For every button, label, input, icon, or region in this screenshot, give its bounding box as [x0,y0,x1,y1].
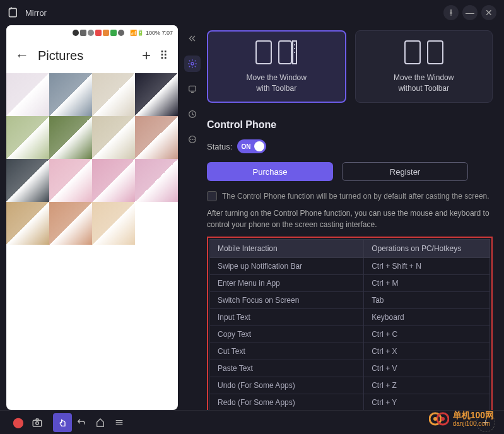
th-pc: Operations on PC/Hotkeys [364,240,490,258]
add-icon[interactable]: + [142,47,151,64]
more-icon[interactable] [184,131,201,148]
photo-thumb[interactable] [135,73,178,116]
photo-thumb[interactable] [92,202,135,245]
table-row: Redo (For Some Apps)Ctrl + Y [210,394,490,411]
app-title: Mirror [25,8,443,18]
app-icon [8,6,20,19]
svg-point-7 [194,139,195,140]
photo-grid [6,73,178,245]
photo-thumb[interactable] [49,202,92,245]
svg-point-1 [191,62,194,65]
photo-thumb[interactable] [135,159,178,202]
svg-rect-15 [428,41,443,64]
pin-button[interactable] [443,5,459,20]
photo-thumb[interactable] [6,202,49,245]
purchase-button[interactable]: Purchase [207,162,333,181]
photo-thumb[interactable] [92,73,135,116]
phone-status-bar: 📶🔋 100% 7:07 [6,25,178,40]
collapse-button[interactable] [184,30,201,47]
photo-thumb[interactable] [49,73,92,116]
table-row: Swipe up Notification BarCtrl + Shift + … [210,258,490,275]
phone-preview: 📶🔋 100% 7:07 ← Pictures + ⠿ [6,25,178,410]
card-with-toolbar[interactable]: Move the Windowwith Toolbar [207,30,346,103]
section-title: Control Phone [207,119,493,131]
history-icon[interactable] [184,106,201,122]
svg-rect-8 [256,41,271,64]
minimize-button[interactable]: — [462,5,478,20]
default-on-checkbox[interactable] [207,191,217,201]
photo-thumb[interactable] [49,159,92,202]
svg-rect-0 [9,8,17,16]
table-row: Undo (For Some Apps)Ctrl + Z [210,377,490,394]
table-row: Input TextKeyboard [210,309,490,326]
undo-button[interactable] [72,413,91,432]
hotkeys-table: Mobile Interaction Operations on PC/Hotk… [209,239,490,410]
photo-thumb[interactable] [135,116,178,159]
svg-rect-16 [33,420,42,426]
settings-panel: Move the Windowwith Toolbar Move the Win… [203,25,504,410]
add-footer-button[interactable]: + [476,413,495,432]
phone-status-text: 100% 7:07 [146,30,173,36]
record-button[interactable]: ⬤ [9,413,28,432]
photo-thumb[interactable] [92,116,135,159]
photo-thumb[interactable] [92,159,135,202]
svg-rect-2 [189,86,196,91]
table-row: Enter Menu in AppCtrl + M [210,275,490,292]
th-mobile: Mobile Interaction [210,240,364,258]
photo-thumb[interactable] [49,116,92,159]
touch-button[interactable] [53,413,72,432]
svg-rect-14 [405,41,420,64]
help-text: After turning on the Control Phone funct… [207,208,493,230]
card-without-toolbar[interactable]: Move the Windowwithout Toolbar [355,30,493,103]
photo-thumb[interactable] [6,73,49,116]
hotkeys-table-highlight: Mobile Interaction Operations on PC/Hotk… [207,237,493,410]
settings-icon[interactable] [184,56,201,72]
menu-button[interactable] [110,413,129,432]
home-button[interactable] [91,413,110,432]
screenshot-button[interactable] [28,413,47,432]
svg-point-17 [36,421,39,425]
checkbox-label: The Control Phone function will be turne… [222,192,489,201]
close-button[interactable]: ✕ [481,5,496,20]
svg-point-6 [192,139,193,140]
table-row: Switch Focus on ScreenTab [210,292,490,309]
status-toggle[interactable]: ON [237,139,266,153]
register-button[interactable]: Register [342,162,468,181]
sidebar [182,25,203,410]
svg-rect-9 [279,41,291,64]
svg-point-13 [294,52,295,53]
table-row: Cut TextCtrl + X [210,343,490,360]
back-icon[interactable]: ← [15,47,29,64]
status-label: Status: [207,142,232,151]
svg-point-5 [190,139,191,140]
table-row: Copy TextCtrl + C [210,326,490,343]
footer-toolbar: ⬤ + [0,410,504,434]
view-grid-icon[interactable]: ⠿ [160,49,169,62]
titlebar: Mirror — ✕ [0,0,504,25]
photo-thumb[interactable] [6,116,49,159]
photo-thumb[interactable] [6,159,49,202]
display-icon[interactable] [184,81,201,97]
phone-page-title: Pictures [38,49,142,63]
svg-point-12 [294,48,295,49]
svg-point-11 [294,44,295,45]
table-row: Paste TextCtrl + V [210,360,490,377]
